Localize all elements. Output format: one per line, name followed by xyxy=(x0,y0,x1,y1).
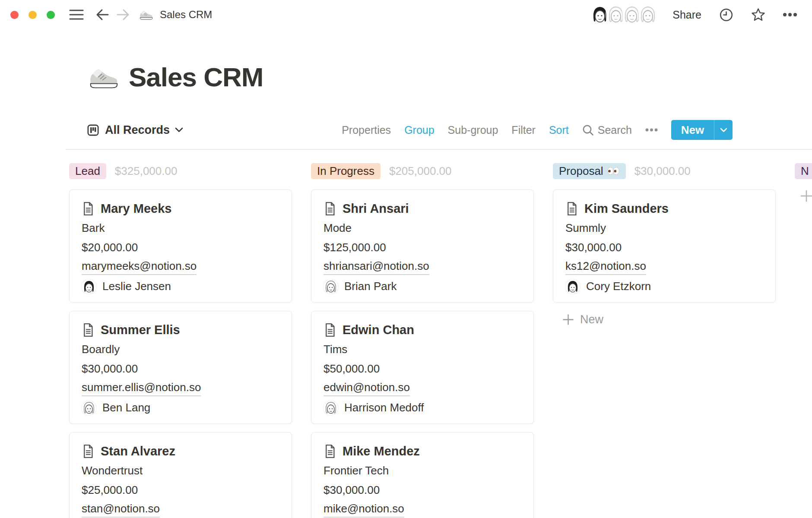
board-column: In Progress $205,000.00 Shri Ansari Mode… xyxy=(311,163,534,518)
card-company: Mode xyxy=(324,218,521,238)
new-button-chevron-icon[interactable] xyxy=(714,120,733,140)
page-document-icon xyxy=(82,202,95,216)
toolbar-divider xyxy=(66,149,812,150)
card-email[interactable]: ks12@notion.so xyxy=(565,259,646,275)
search-label: Search xyxy=(598,124,632,136)
add-card-button[interactable]: New xyxy=(553,313,776,326)
record-card[interactable]: Summer Ellis Boardly $30,000.00 summer.e… xyxy=(69,311,292,424)
group-badge[interactable]: In Progress xyxy=(311,163,381,179)
card-title: Edwin Chan xyxy=(343,323,414,337)
board: Lead $325,000.00 Mary Meeks Bark $20,000… xyxy=(69,163,812,518)
menu-item-filter[interactable]: Filter xyxy=(511,124,536,136)
group-total: $325,000.00 xyxy=(115,164,178,178)
record-card[interactable]: Stan Alvarez Wondertrust $25,000.00 stan… xyxy=(69,432,292,518)
person-avatar xyxy=(82,279,96,294)
card-list: Shri Ansari Mode $125,000.00 shriansari@… xyxy=(311,190,534,518)
group-name: N xyxy=(801,165,809,177)
search-button[interactable]: Search xyxy=(582,124,632,136)
card-email[interactable]: shriansari@notion.so xyxy=(324,259,429,275)
minimize-window-button[interactable] xyxy=(29,11,37,19)
board-column: Proposal $30,000.00 Kim Saunders Summly … xyxy=(553,163,776,326)
view-more-icon[interactable] xyxy=(645,128,658,132)
window-topbar: Sales CRM Share xyxy=(0,0,812,29)
group-header: N xyxy=(795,163,812,179)
card-title: Summer Ellis xyxy=(101,323,180,337)
person-name: Cory Etzkorn xyxy=(586,280,651,293)
card-title: Kim Saunders xyxy=(584,202,669,216)
card-email[interactable]: mike@notion.so xyxy=(324,502,404,518)
card-email[interactable]: summer.ellis@notion.so xyxy=(82,381,201,396)
board-column: Lead $325,000.00 Mary Meeks Bark $20,000… xyxy=(69,163,292,518)
record-card[interactable]: Mike Mendez Frontier Tech $30,000.00 mik… xyxy=(311,432,534,518)
card-person: Brian Park xyxy=(324,277,521,296)
person-avatar xyxy=(324,401,338,415)
page-document-icon xyxy=(82,323,95,337)
forward-arrow-icon[interactable] xyxy=(116,7,130,22)
page-document-icon xyxy=(324,323,336,337)
more-options-icon[interactable] xyxy=(783,13,797,17)
share-button[interactable]: Share xyxy=(672,9,701,21)
record-card[interactable]: Edwin Chan Tims $50,000.00 edwin@notion.… xyxy=(311,311,534,424)
group-badge[interactable]: N xyxy=(795,163,812,179)
new-button-label: New xyxy=(671,120,714,140)
group-name: Lead xyxy=(75,165,100,177)
person-name: Leslie Jensen xyxy=(102,280,171,293)
card-email[interactable]: marymeeks@notion.so xyxy=(82,259,197,275)
card-amount: $30,000.00 xyxy=(565,238,763,257)
page-title[interactable]: Sales CRM xyxy=(129,63,263,92)
card-company: Frontier Tech xyxy=(324,461,521,480)
card-amount: $25,000.00 xyxy=(82,480,279,500)
group-header: In Progress $205,000.00 xyxy=(311,163,534,179)
eyes-emoji-icon xyxy=(607,167,620,175)
card-list: Kim Saunders Summly $30,000.00 ks12@noti… xyxy=(553,190,776,303)
record-card[interactable]: Kim Saunders Summly $30,000.00 ks12@noti… xyxy=(553,190,776,303)
card-company: Wondertrust xyxy=(82,461,279,480)
page-icon-sneaker[interactable] xyxy=(86,60,120,94)
collaborator-avatar[interactable] xyxy=(638,5,658,25)
search-icon xyxy=(582,124,594,136)
card-email[interactable]: edwin@notion.so xyxy=(324,381,410,396)
page-header: Sales CRM xyxy=(86,60,263,94)
group-total: $30,000.00 xyxy=(634,164,691,178)
add-card-plus-icon[interactable] xyxy=(800,190,812,202)
view-selector[interactable]: All Records xyxy=(86,123,183,137)
sidebar-menu-icon[interactable] xyxy=(69,9,84,20)
new-record-button[interactable]: New xyxy=(671,120,733,140)
close-window-button[interactable] xyxy=(10,11,19,19)
group-total: $205,000.00 xyxy=(389,164,452,178)
card-list: Mary Meeks Bark $20,000.00 marymeeks@not… xyxy=(69,190,292,518)
group-name: In Progress xyxy=(317,165,374,177)
menu-item-sort[interactable]: Sort xyxy=(549,124,569,136)
card-title: Mary Meeks xyxy=(101,202,171,216)
menu-item-properties[interactable]: Properties xyxy=(342,124,391,136)
page-document-icon xyxy=(324,444,336,458)
chevron-down-icon xyxy=(175,127,183,133)
menu-item-group[interactable]: Group xyxy=(404,124,434,136)
updates-clock-icon[interactable] xyxy=(720,8,733,22)
record-card[interactable]: Shri Ansari Mode $125,000.00 shriansari@… xyxy=(311,190,534,303)
view-menu: PropertiesGroupSub-groupFilterSort Searc… xyxy=(342,120,733,140)
view-toolbar: All Records PropertiesGroupSub-groupFilt… xyxy=(86,120,733,140)
record-card[interactable]: Mary Meeks Bark $20,000.00 marymeeks@not… xyxy=(69,190,292,303)
zoom-window-button[interactable] xyxy=(47,11,55,19)
group-badge[interactable]: Lead xyxy=(69,163,106,179)
person-name: Harrison Medoff xyxy=(344,401,424,414)
card-amount: $30,000.00 xyxy=(82,359,279,379)
breadcrumb[interactable]: Sales CRM xyxy=(160,9,212,21)
card-amount: $50,000.00 xyxy=(324,359,521,379)
card-email[interactable]: stan@notion.so xyxy=(82,502,160,518)
back-arrow-icon[interactable] xyxy=(95,7,110,22)
card-amount: $30,000.00 xyxy=(324,480,521,500)
group-header: Lead $325,000.00 xyxy=(69,163,292,179)
board-view-icon xyxy=(86,123,100,137)
favorite-star-icon[interactable] xyxy=(751,8,765,22)
plus-icon xyxy=(562,314,574,325)
card-person: Cory Etzkorn xyxy=(565,277,763,296)
menu-item-sub-group[interactable]: Sub-group xyxy=(448,124,498,136)
view-name: All Records xyxy=(105,123,170,137)
collaborator-avatars[interactable] xyxy=(590,5,658,25)
card-company: Boardly xyxy=(82,340,279,359)
card-person: Harrison Medoff xyxy=(324,398,521,417)
card-person: Leslie Jensen xyxy=(82,277,279,296)
group-badge[interactable]: Proposal xyxy=(553,163,626,179)
